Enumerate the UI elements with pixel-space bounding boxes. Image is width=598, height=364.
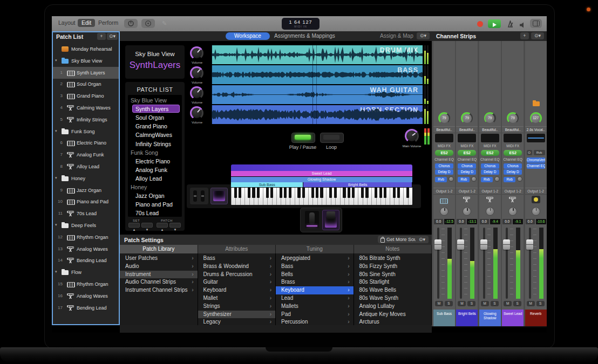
browser-row[interactable]: User Patches›	[120, 255, 198, 263]
browser-row[interactable]: Keyboard›	[198, 286, 276, 294]
pan-knob[interactable]	[486, 207, 494, 216]
output-label[interactable]: Output 1-2	[525, 188, 547, 195]
browser-row[interactable]: Lead›	[276, 294, 354, 303]
audio-fx-slot[interactable]: Delay D	[481, 169, 499, 175]
panels-button[interactable]	[530, 19, 542, 28]
audio-fx-slot[interactable]: Channel EQ	[527, 163, 545, 169]
eq-thumbnail[interactable]	[504, 134, 522, 142]
patch-tree-row[interactable]: 13Analog Waves	[53, 243, 119, 255]
pitch-mod-wheels[interactable]	[190, 188, 208, 204]
browser-row[interactable]: Bass›	[276, 263, 354, 271]
audio-fx-slot[interactable]: Chorus	[458, 163, 476, 169]
disclosure-triangle-icon[interactable]: ▾	[55, 223, 57, 227]
instrument-slot-es2[interactable]: ES2	[504, 150, 522, 156]
send-slot-rvb[interactable]: Rvb	[435, 177, 447, 182]
add-patch-button[interactable]: +	[97, 33, 106, 40]
black-key[interactable]	[397, 188, 400, 198]
send-slot-rvb[interactable]: Rvb	[458, 177, 470, 182]
track-volume-knob[interactable]	[190, 66, 203, 80]
channel-strips-menu-button[interactable]: ⊙▾	[531, 32, 544, 39]
output-label[interactable]: Output 1-2	[433, 188, 455, 195]
fader-cap[interactable]	[457, 239, 464, 250]
track-waveform-region[interactable]: WAH GUITAR	[212, 85, 423, 104]
strip-preset-label[interactable]: Beautiful..	[479, 126, 501, 133]
patch-tree-row[interactable]: ▾Deep Feels	[53, 219, 119, 231]
send-knob[interactable]	[494, 176, 500, 182]
main-volume-knob[interactable]	[405, 129, 419, 143]
track-volume-knob[interactable]	[190, 106, 203, 120]
widget-row-item[interactable]: Infinity Strings	[128, 140, 182, 148]
strip-preset-label[interactable]: Beautiful..	[502, 126, 524, 133]
black-key[interactable]	[257, 188, 260, 198]
widget-row-item[interactable]: CalmngWaves	[128, 131, 182, 139]
pitch-wheel[interactable]	[193, 190, 197, 202]
browser-row[interactable]: Arpeggiated›	[276, 255, 354, 263]
widget-row-item[interactable]: Jazz Organ	[128, 191, 182, 200]
fader-track[interactable]	[483, 228, 485, 299]
mute-button[interactable]: M	[504, 301, 512, 306]
play-button[interactable]	[488, 19, 501, 28]
browser-row[interactable]: Bells›	[276, 271, 354, 279]
pan-knob[interactable]	[508, 207, 517, 216]
browser-row[interactable]: 80s Bitrate Synth	[354, 255, 432, 263]
patch-list-menu-button[interactable]: ⊙▾	[107, 33, 118, 40]
strip-preset-label[interactable]: Beautiful..	[433, 126, 455, 133]
loop-screen-button[interactable]	[320, 133, 344, 143]
strip-name-plate[interactable]: Reverb	[525, 310, 547, 326]
black-key[interactable]	[334, 188, 337, 198]
widget-row-header[interactable]: Funk Song	[128, 148, 182, 157]
sustain-pedal[interactable]	[322, 210, 339, 230]
browser-row[interactable]: Percussion›	[276, 318, 354, 325]
strip-name-plate[interactable]: Sub Bass	[433, 310, 455, 326]
browser-row[interactable]: 80s Starlight	[354, 278, 432, 286]
widget-row-header[interactable]: Sky Blue View	[128, 96, 182, 105]
mute-button[interactable]: M	[435, 301, 443, 306]
channel-eq-dim-label[interactable]: Channel EQ	[456, 157, 478, 161]
eq-thumbnail[interactable]	[527, 134, 545, 142]
solo-button[interactable]: S	[467, 301, 475, 306]
layer-band[interactable]: Bright Bells	[303, 182, 412, 187]
master-mute-button[interactable]	[519, 20, 526, 30]
fader-track[interactable]	[506, 228, 508, 299]
disclosure-triangle-icon[interactable]: ▾	[55, 129, 57, 133]
patch-tree-row[interactable]: 1170s Lead	[53, 208, 119, 219]
black-key[interactable]	[270, 188, 273, 198]
browser-row[interactable]: Antique Key Moves	[354, 311, 432, 319]
black-key[interactable]	[384, 188, 386, 198]
browser-row[interactable]: Brass›	[276, 278, 354, 286]
layer-band-top[interactable]	[231, 164, 412, 171]
widget-row-header[interactable]: Honey	[128, 183, 182, 191]
set-up-button[interactable]	[141, 223, 153, 228]
mute-button[interactable]: M	[527, 301, 535, 306]
patch-tree-row[interactable]: 4Calming Waves	[53, 102, 119, 114]
patch-settings-menu-button[interactable]: ⊙▾	[416, 236, 429, 243]
workspace-menu-button[interactable]: ⊙▾	[417, 32, 430, 39]
black-key[interactable]	[320, 188, 323, 198]
mute-button[interactable]: M	[481, 301, 489, 306]
black-key[interactable]	[311, 188, 314, 198]
browser-row[interactable]: Strings›	[198, 303, 276, 311]
patch-tree-row[interactable]: ▾Sky Blue View	[53, 55, 119, 67]
widget-row-item[interactable]: Soul Organ	[128, 113, 182, 122]
audio-fx-slot[interactable]: Delay D	[435, 169, 453, 175]
expression-pedal[interactable]	[305, 211, 319, 228]
track-waveform-region[interactable]: DRUM MIX	[212, 45, 423, 64]
instrument-slot-es2[interactable]: ES2	[481, 150, 499, 156]
browser-row[interactable]: Analog Lullaby	[354, 303, 432, 311]
eq-thumbnail[interactable]	[458, 134, 476, 142]
fader-cap[interactable]	[434, 239, 441, 250]
browser-row[interactable]: Keyboard›	[276, 286, 354, 294]
black-key[interactable]	[348, 188, 350, 198]
help-button[interactable]	[141, 19, 155, 28]
patch-tree-row[interactable]: 5Infinity Strings	[53, 114, 119, 126]
solo-button[interactable]: S	[445, 301, 453, 306]
patch-tree-row[interactable]: 1Synth Layers	[53, 67, 119, 79]
widget-row-item[interactable]: Piano and Pad	[128, 200, 182, 209]
patch-tree-row[interactable]: 10Piano and Pad	[53, 196, 119, 208]
mini-keyboard-widget[interactable]	[210, 188, 228, 204]
black-key[interactable]	[393, 188, 396, 198]
browser-row[interactable]: Mallet›	[198, 294, 276, 303]
set-down-button[interactable]	[128, 223, 140, 228]
tab-workspace[interactable]: Workspace	[226, 32, 270, 40]
audio-fx-slot[interactable]: ChromaVerb	[527, 157, 545, 163]
